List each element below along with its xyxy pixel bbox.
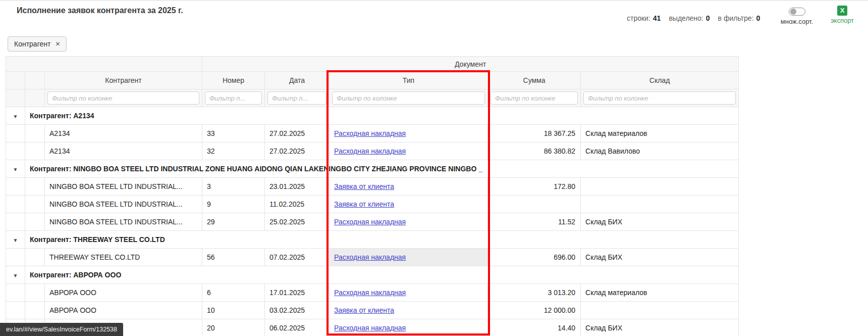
cell-sum[interactable]: 86 380.82: [488, 142, 581, 160]
filter-input-warehouse[interactable]: [583, 91, 736, 105]
statusbar-link-preview: ev.lan/#/view/SalesInvoiceForm/132538: [0, 323, 123, 336]
row-selector-cell[interactable]: [25, 302, 45, 319]
cell-number[interactable]: 3: [202, 178, 265, 196]
row-selector-cell[interactable]: [25, 249, 45, 266]
filter-input-type[interactable]: [332, 91, 485, 105]
cell-date[interactable]: 23.01.2025: [265, 178, 330, 196]
cell-contragent[interactable]: NINGBO BOA STEEL LTD INDUSTRIAL...: [45, 213, 202, 231]
cell-sum[interactable]: 3 013.20: [488, 284, 581, 302]
cell-number[interactable]: 33: [202, 125, 265, 142]
document-link[interactable]: Расходная накладная: [334, 218, 406, 226]
cell-date[interactable]: 07.02.2025: [265, 249, 330, 266]
cell-number[interactable]: 20: [202, 319, 265, 336]
cell-number[interactable]: 56: [202, 249, 265, 266]
filter-input-date[interactable]: [267, 91, 327, 105]
row-expander-cell[interactable]: [6, 284, 25, 302]
cell-date[interactable]: 17.01.2025: [265, 284, 330, 302]
cell-contragent[interactable]: NINGBO BOA STEEL LTD INDUSTRIAL...: [45, 178, 202, 196]
column-header-sum[interactable]: Сумма: [488, 72, 581, 89]
document-link[interactable]: Расходная накладная: [334, 253, 406, 261]
cell-date[interactable]: 11.02.2025: [265, 196, 330, 213]
row-expander-cell[interactable]: [6, 213, 25, 231]
cell-sum[interactable]: 172.80: [488, 178, 581, 196]
column-header-type[interactable]: Тип: [330, 72, 488, 89]
row-expander-cell[interactable]: [6, 302, 25, 319]
cell-contragent[interactable]: A2134: [45, 142, 202, 160]
cell-type[interactable]: Расходная накладная: [330, 319, 488, 336]
document-link[interactable]: Расходная накладная: [334, 129, 406, 137]
cell-type[interactable]: Расходная накладная: [330, 213, 488, 231]
multisort-toggle[interactable]: [789, 8, 805, 16]
row-selector-cell[interactable]: [25, 196, 45, 213]
export-button[interactable]: X экспорт: [828, 6, 857, 24]
cell-date[interactable]: 03.02.2025: [265, 302, 330, 319]
document-link[interactable]: Заявка от клиента: [334, 306, 394, 314]
row-selector-cell[interactable]: [25, 142, 45, 160]
cell-type[interactable]: Расходная накладная: [330, 284, 488, 302]
document-link[interactable]: Заявка от клиента: [334, 182, 394, 190]
column-header-number[interactable]: Номер: [202, 72, 265, 89]
cell-sum[interactable]: 12 000.00: [488, 302, 581, 319]
group-collapse-toggle[interactable]: ▼: [6, 107, 25, 125]
cell-type[interactable]: Заявка от клиента: [330, 302, 488, 319]
column-header-date[interactable]: Дата: [265, 72, 330, 89]
cell-sum[interactable]: 11.52: [488, 213, 581, 231]
cell-warehouse[interactable]: Склад материалов: [581, 284, 739, 302]
row-expander-cell[interactable]: [6, 125, 25, 142]
group-collapse-toggle[interactable]: ▼: [6, 266, 25, 284]
cell-type[interactable]: Расходная накладная: [330, 125, 488, 142]
filter-chip-contragent[interactable]: Контрагент ✕: [8, 36, 67, 52]
cell-type[interactable]: Расходная накладная: [330, 142, 488, 160]
table-row: NINGBO BOA STEEL LTD INDUSTRIAL...2925.0…: [6, 213, 739, 231]
row-expander-cell[interactable]: [6, 196, 25, 213]
column-header-contragent[interactable]: Контрагент: [45, 72, 202, 89]
cell-warehouse[interactable]: Склад материалов: [581, 125, 739, 142]
cell-contragent[interactable]: THREEWAY STEEL CO.LTD: [45, 249, 202, 266]
cell-number[interactable]: 32: [202, 142, 265, 160]
cell-type[interactable]: Заявка от клиента: [330, 178, 488, 196]
document-link[interactable]: Заявка от клиента: [334, 200, 394, 208]
cell-date[interactable]: 06.02.2025: [265, 319, 330, 336]
cell-warehouse[interactable]: Склад БИХ: [581, 319, 739, 336]
group-collapse-toggle[interactable]: ▼: [6, 231, 25, 249]
cell-sum[interactable]: [488, 196, 581, 213]
cell-warehouse[interactable]: Склад БИХ: [581, 249, 739, 266]
cell-date[interactable]: 27.02.2025: [265, 125, 330, 142]
row-expander-cell[interactable]: [6, 178, 25, 196]
row-selector-cell[interactable]: [25, 178, 45, 196]
filter-input-contragent[interactable]: [47, 91, 199, 105]
cell-sum[interactable]: 696.00: [488, 249, 581, 266]
cell-date[interactable]: 25.02.2025: [265, 213, 330, 231]
cell-contragent[interactable]: АВРОРА ООО: [45, 302, 202, 319]
cell-number[interactable]: 6: [202, 284, 265, 302]
cell-warehouse[interactable]: [581, 178, 739, 196]
row-selector-cell[interactable]: [25, 213, 45, 231]
document-link[interactable]: Расходная накладная: [334, 324, 406, 332]
row-selector-cell[interactable]: [25, 125, 45, 142]
cell-contragent[interactable]: NINGBO BOA STEEL LTD INDUSTRIAL...: [45, 196, 202, 213]
cell-warehouse[interactable]: Склад Вавилово: [581, 142, 739, 160]
row-selector-cell[interactable]: [25, 284, 45, 302]
cell-warehouse[interactable]: Склад БИХ: [581, 213, 739, 231]
filter-input-number[interactable]: [205, 91, 262, 105]
cell-type[interactable]: Заявка от клиента: [330, 196, 488, 213]
group-collapse-toggle[interactable]: ▼: [6, 160, 25, 178]
cell-number[interactable]: 9: [202, 196, 265, 213]
cell-sum[interactable]: 18 367.25: [488, 125, 581, 142]
row-expander-cell[interactable]: [6, 249, 25, 266]
cell-warehouse[interactable]: [581, 196, 739, 213]
column-header-warehouse[interactable]: Склад: [581, 72, 739, 89]
close-icon[interactable]: ✕: [55, 40, 60, 47]
cell-date[interactable]: 27.02.2025: [265, 142, 330, 160]
cell-contragent[interactable]: A2134: [45, 125, 202, 142]
cell-type[interactable]: Расходная накладная: [330, 249, 488, 266]
document-link[interactable]: Расходная накладная: [334, 289, 406, 297]
cell-sum[interactable]: 14.40: [488, 319, 581, 336]
cell-contragent[interactable]: АВРОРА ООО: [45, 284, 202, 302]
document-link[interactable]: Расходная накладная: [334, 147, 406, 155]
cell-warehouse[interactable]: [581, 302, 739, 319]
row-expander-cell[interactable]: [6, 142, 25, 160]
cell-number[interactable]: 29: [202, 213, 265, 231]
cell-number[interactable]: 10: [202, 302, 265, 319]
filter-input-sum[interactable]: [491, 91, 578, 105]
